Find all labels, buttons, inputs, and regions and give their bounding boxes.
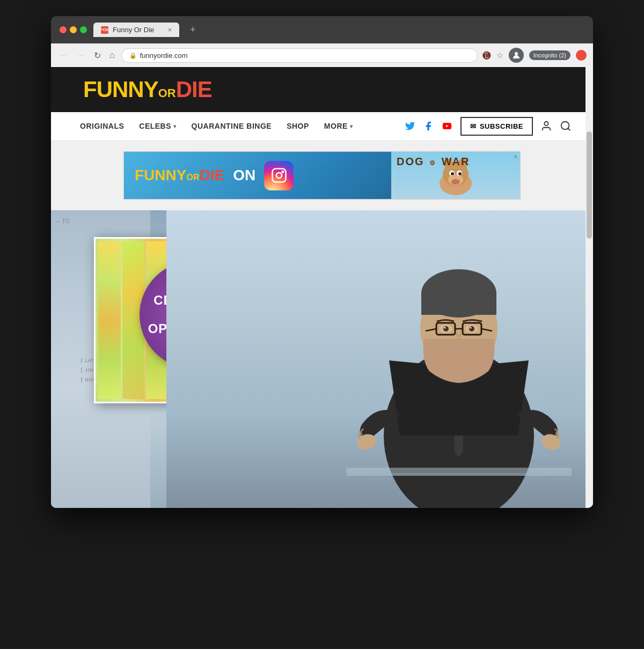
tab-close-btn[interactable]: × [168, 26, 172, 34]
site-nav: ORIGINALS CELEBS ▾ QUARANTINE BINGE SHOP… [51, 112, 593, 141]
svg-point-0 [515, 52, 518, 55]
ad-container[interactable]: FUNNY OR DIE ON [123, 151, 521, 200]
presenter-figure [346, 210, 572, 508]
ad-right: DOG ⚙ WAR [391, 151, 520, 200]
video-section: ← TO LATE WITH JOHN OLIVER NIGHT [51, 210, 593, 508]
svg-rect-50 [346, 473, 572, 476]
facebook-icon[interactable] [423, 121, 434, 131]
ad-funny-text: FUNNY [135, 167, 186, 184]
page-wrapper: FUNNY OR DIE ORIGINALS CELEBS ▾ QUARA [51, 67, 593, 508]
svg-rect-5 [272, 169, 286, 182]
svg-point-17 [451, 179, 460, 185]
svg-rect-33 [421, 293, 496, 315]
video-main [150, 210, 593, 508]
ad-close-btn[interactable]: × [514, 153, 517, 160]
profile-avatar[interactable] [576, 50, 587, 61]
svg-point-15 [451, 172, 454, 175]
scrollbar-thumb[interactable] [587, 131, 592, 239]
nav-item-more[interactable]: MORE ▾ [317, 112, 361, 140]
twitter-icon[interactable] [405, 121, 415, 131]
search-icon[interactable] [560, 120, 572, 132]
camera-off-icon: 📵 [482, 51, 491, 60]
instagram-icon [264, 161, 294, 190]
browser-tab[interactable]: FOD Funny Or Die × [93, 23, 179, 37]
refresh-btn[interactable]: ↻ [92, 48, 103, 63]
svg-point-7 [282, 171, 283, 173]
minimize-window-btn[interactable] [70, 26, 77, 33]
nav-right: ✉ SUBSCRIBE [405, 117, 572, 136]
svg-point-6 [276, 173, 282, 178]
svg-point-2 [544, 122, 548, 126]
dog-of-war-title: DOG ⚙ WAR [397, 156, 470, 168]
subscribe-btn[interactable]: ✉ SUBSCRIBE [460, 117, 533, 136]
tab-title: Funny Or Die [113, 26, 154, 34]
bookmark-star-icon[interactable]: ☆ [496, 51, 503, 60]
ad-left: FUNNY OR DIE ON [124, 161, 304, 190]
browser-window: FOD Funny Or Die × + ← → ↻ ⌂ 🔒 funnyordi… [51, 16, 593, 508]
svg-point-43 [444, 327, 446, 329]
user-icon[interactable] [540, 120, 552, 132]
incognito-badge[interactable]: Incognito (2) [529, 50, 570, 60]
svg-point-41 [443, 326, 449, 331]
browser-titlebar: FOD Funny Or Die × + [51, 16, 593, 43]
home-btn[interactable]: ⌂ [107, 48, 117, 62]
profile-btn[interactable] [509, 48, 524, 63]
maximize-window-btn[interactable] [80, 26, 87, 33]
nav-item-originals[interactable]: ORIGINALS [72, 112, 131, 140]
youtube-icon[interactable] [441, 121, 453, 131]
sidebar-back-label: ← TO [55, 218, 69, 224]
video-container[interactable]: ← TO LATE WITH JOHN OLIVER NIGHT [51, 210, 593, 508]
forward-btn[interactable]: → [75, 48, 87, 62]
tab-favicon: FOD [101, 26, 108, 34]
logo-funny: FUNNY [83, 77, 158, 102]
ad-logo: FUNNY OR DIE [135, 167, 224, 184]
browser-toolbar: ← → ↻ ⌂ 🔒 funnyordie.com 📵 ☆ Incognito (… [51, 43, 593, 67]
svg-line-4 [568, 128, 570, 130]
site-header: FUNNY OR DIE [51, 67, 593, 112]
svg-point-16 [458, 172, 462, 175]
close-window-btn[interactable] [60, 26, 67, 33]
subscribe-icon: ✉ [470, 122, 477, 130]
presenter-area [166, 210, 593, 508]
more-dropdown-arrow: ▾ [350, 123, 353, 129]
svg-point-44 [470, 327, 472, 329]
site-logo[interactable]: FUNNY OR DIE [83, 77, 561, 102]
ad-banner: FUNNY OR DIE ON [51, 141, 593, 210]
ad-die-text: DIE [199, 167, 224, 184]
of-icon: ⚙ [429, 159, 436, 167]
ad-or-text: OR [186, 173, 199, 182]
back-btn[interactable]: ← [57, 48, 70, 62]
page-content: FUNNY OR DIE ORIGINALS CELEBS ▾ QUARA [51, 67, 593, 508]
celebs-dropdown-arrow: ▾ [173, 123, 177, 129]
nav-item-shop[interactable]: SHOP [279, 112, 317, 140]
window-controls [60, 26, 87, 33]
nav-item-celebs[interactable]: CELEBS ▾ [131, 112, 184, 140]
svg-point-3 [561, 122, 569, 130]
subscribe-label: SUBSCRIBE [480, 122, 523, 130]
url-text: funnyordie.com [140, 51, 188, 60]
address-bar[interactable]: 🔒 funnyordie.com [121, 48, 478, 63]
ad-on-text: ON [233, 167, 255, 184]
nav-item-quarantine[interactable]: QUARANTINE BINGE [184, 112, 280, 140]
logo-or: OR [158, 86, 176, 100]
lock-icon: 🔒 [129, 52, 137, 59]
svg-point-42 [469, 326, 474, 331]
logo-die: DIE [176, 77, 212, 102]
toolbar-right: 📵 ☆ Incognito (2) [482, 48, 587, 63]
new-tab-btn[interactable]: + [190, 24, 196, 35]
scrollbar-track[interactable] [586, 67, 593, 508]
nav-items: ORIGINALS CELEBS ▾ QUARANTINE BINGE SHOP… [72, 112, 405, 140]
